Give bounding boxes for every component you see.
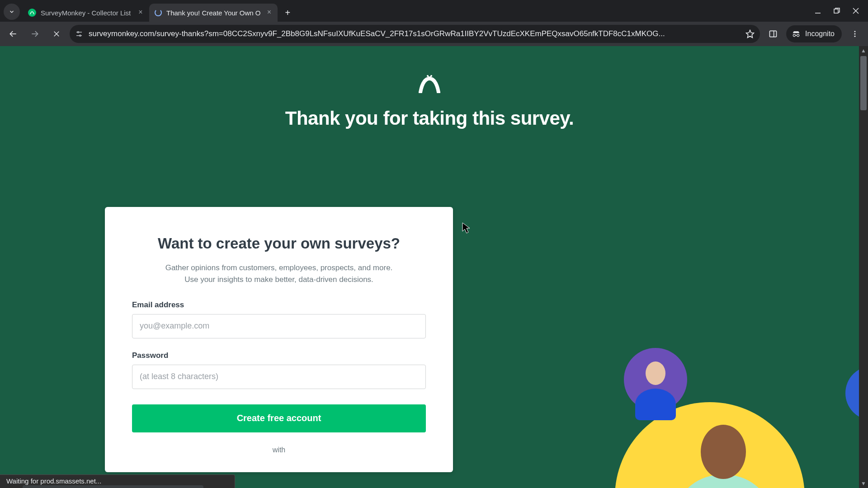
maximize-button[interactable] [834,8,840,14]
page-content: Thank you for taking this survey. Want t… [0,46,859,488]
svg-point-10 [77,32,79,33]
brand-logo-wrap [0,46,859,95]
loading-spinner-icon [155,9,162,16]
site-settings-button[interactable] [75,30,83,38]
url-text: surveymonkey.com/survey-thanks?sm=08CC2S… [89,29,740,38]
tab-search-button[interactable] [4,4,20,20]
card-subtitle: Gather opinions from customers, employee… [132,262,426,286]
tab-strip: SurveyMonkey - Collector List × Thank yo… [0,0,868,22]
status-text: Waiting for prod.smassets.net... [6,477,101,485]
stop-loading-button[interactable] [48,25,65,42]
password-input[interactable] [132,365,426,389]
new-tab-button[interactable]: + [280,5,295,20]
email-label: Email address [132,300,426,310]
card-subtitle-line: Use your insights to make better, data-d… [184,275,373,284]
tab-title: Thank you! Create Your Own O [166,9,260,17]
vertical-scrollbar[interactable]: ▲ ▼ [859,46,868,488]
chevron-down-icon [9,9,15,15]
toolbar: surveymonkey.com/survey-thanks?sm=08CC2S… [0,22,868,46]
minimize-button[interactable] [815,8,821,14]
svg-point-18 [854,31,856,32]
tab-surveymonkey-collector[interactable]: SurveyMonkey - Collector List × [23,4,149,22]
window-controls [815,0,868,22]
incognito-icon [792,31,801,37]
bookmark-button[interactable] [745,29,755,38]
scroll-down-button[interactable]: ▼ [859,479,868,488]
decorative-avatar [633,366,678,411]
svg-rect-13 [770,31,777,37]
page-title: Thank you for taking this survey. [0,108,859,129]
address-bar[interactable]: surveymonkey.com/survey-thanks?sm=08CC2S… [70,25,760,43]
tune-icon [75,30,83,38]
svg-point-11 [80,35,81,36]
side-panel-button[interactable] [764,25,782,42]
browser-chrome: SurveyMonkey - Collector List × Thank yo… [0,0,868,46]
card-subtitle-line: Gather opinions from customers, employee… [165,263,393,272]
star-icon [745,29,755,38]
svg-marker-12 [746,30,754,38]
svg-point-20 [854,36,856,37]
svg-point-16 [797,34,799,37]
back-button[interactable] [5,25,22,42]
tab-thank-you[interactable]: Thank you! Create Your Own O × [149,4,278,22]
viewport: Thank you for taking this survey. Want t… [0,46,868,488]
signup-divider-text: with [132,446,426,454]
close-window-button[interactable] [853,8,859,14]
password-group: Password [132,351,426,389]
tab-title: SurveyMonkey - Collector List [41,9,132,17]
tab-close-button[interactable]: × [137,9,145,17]
incognito-label: Incognito [805,30,835,38]
scrollbar-thumb[interactable] [860,56,867,110]
scroll-up-button[interactable]: ▲ [859,46,868,55]
forward-button[interactable] [26,25,43,42]
browser-menu-button[interactable] [846,25,863,42]
download-shelf [23,485,203,488]
decorative-blob-blue [845,366,859,420]
surveymonkey-favicon-icon [28,9,36,17]
surveymonkey-logo-icon [418,74,441,93]
password-label: Password [132,351,426,360]
kebab-menu-icon [851,30,859,38]
email-input[interactable] [132,314,426,338]
incognito-indicator[interactable]: Incognito [786,25,842,42]
tab-close-button[interactable]: × [265,9,273,17]
panel-icon [769,29,778,38]
signup-card: Want to create your own surveys? Gather … [105,207,453,472]
svg-rect-1 [834,9,838,13]
card-title: Want to create your own surveys? [132,235,426,252]
create-account-button[interactable]: Create free account [132,404,426,432]
email-group: Email address [132,300,426,338]
svg-point-19 [854,33,856,35]
svg-point-15 [793,34,795,37]
